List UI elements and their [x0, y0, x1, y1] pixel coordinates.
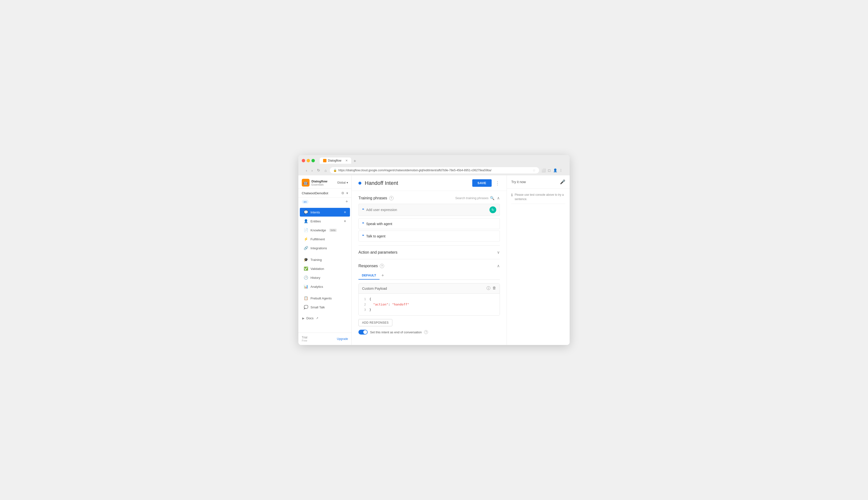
sidebar-item-smalltalk[interactable]: 💭 Small Talk — [300, 303, 350, 311]
refresh-button[interactable]: ↻ — [316, 167, 321, 173]
sidebar-item-entities[interactable]: 👤 Entities + — [300, 217, 350, 226]
add-lang-button[interactable]: + — [345, 199, 348, 204]
history-icon: 🕐 — [304, 275, 308, 280]
tab-close-button[interactable]: ✕ — [345, 159, 348, 162]
training-phrases-actions: Search training phrases 🔍 ∧ — [455, 196, 500, 200]
browser-tab-dialogflow[interactable]: Dialogflow ✕ — [320, 158, 351, 164]
add-tab-button[interactable]: + — [380, 272, 386, 279]
analytics-label: Analytics — [311, 285, 323, 288]
fulfillment-icon: ⚡ — [304, 237, 308, 241]
add-entity-button[interactable]: + — [344, 219, 346, 223]
address-bar[interactable]: 🔒 https://dialogflow.cloud.google.com/#/… — [330, 167, 539, 173]
code-content-2: "action": "handoff" — [369, 302, 409, 307]
action-parameters-header[interactable]: Action and parameters ∨ — [358, 250, 500, 254]
expand-action-button[interactable]: ∨ — [497, 250, 500, 254]
agent-row: ChatwootDemoBot ⚙ ▾ — [298, 189, 351, 198]
sidebar-item-fulfillment[interactable]: ⚡ Fulfillment — [300, 235, 350, 243]
collapse-training-button[interactable]: ∧ — [497, 196, 500, 200]
end-conversation-row: Set this intent as end of conversation ? — [358, 330, 500, 334]
sidebar-header: 🤖 Dialogflow Essentials Global ▾ — [298, 175, 351, 189]
sidebar-footer: Trial Free Upgrade — [298, 333, 351, 345]
code-editor[interactable]: 1 { 2 "action": "handoff" 3 } — [359, 294, 500, 315]
tab-favicon — [323, 159, 326, 162]
entities-icon: 👤 — [304, 219, 308, 223]
responses-section: Responses ? ∧ DEFAULT + Custom Payload — [358, 259, 500, 339]
free-label: Free — [302, 339, 307, 342]
close-traffic-light[interactable] — [302, 159, 305, 162]
training-icon: 🎓 — [304, 258, 308, 262]
region-selector[interactable]: Global ▾ — [337, 181, 348, 184]
sidebar-item-prebuilt[interactable]: 📋 Prebuilt Agents — [300, 294, 350, 303]
payload-delete-icon[interactable]: 🗑 — [493, 286, 496, 291]
profile-icon[interactable]: 👤 — [553, 168, 557, 173]
beta-badge: beta — [329, 229, 336, 232]
brand-name: Dialogflow — [311, 180, 327, 183]
knowledge-label: Knowledge — [311, 228, 326, 232]
sidebar-brand: Dialogflow Essentials — [311, 180, 327, 186]
microphone-icon[interactable]: 🎤 — [560, 179, 565, 185]
training-phrases-header: Training phrases ? Search training phras… — [358, 196, 500, 200]
home-button[interactable]: ⌂ — [323, 168, 328, 173]
intents-label: Intents — [311, 211, 320, 214]
forward-button[interactable]: › — [310, 168, 314, 173]
payload-actions: ⓘ 🗑 — [487, 286, 496, 291]
try-panel-divider — [511, 204, 565, 204]
back-button[interactable]: ‹ — [305, 168, 308, 173]
sidebar-item-training[interactable]: 🎓 Training — [300, 255, 350, 264]
main-content: Handoff Intent SAVE ⋮ Training phrases ?… — [352, 175, 507, 345]
search-icon[interactable]: 🔍 — [490, 196, 495, 200]
collapse-responses-button[interactable]: ∧ — [497, 264, 500, 268]
settings-icon[interactable]: ⚙ — [341, 191, 344, 195]
browser-addressbar: ‹ › ↻ ⌂ 🔒 https://dialogflow.cloud.googl… — [302, 166, 566, 175]
tab-default[interactable]: DEFAULT — [358, 272, 380, 280]
add-expression-input[interactable] — [366, 208, 487, 212]
sidebar-item-docs[interactable]: ▶ Docs ↗ — [298, 314, 351, 322]
browser-window: Dialogflow ✕ + ‹ › ↻ ⌂ 🔒 https://dialogf… — [298, 155, 570, 345]
save-button[interactable]: SAVE — [472, 179, 491, 187]
phrase-text-speak-with-agent: Speak with agent — [366, 222, 392, 226]
custom-payload-header: Custom Payload ⓘ 🗑 — [359, 283, 500, 294]
upgrade-button[interactable]: Upgrade — [337, 337, 348, 341]
intent-title: Handoff Intent — [365, 180, 469, 186]
lang-badge[interactable]: en — [302, 200, 309, 204]
maximize-traffic-light[interactable] — [311, 159, 315, 162]
sidebar-item-validation[interactable]: ✅ Validation — [300, 264, 350, 273]
end-conversation-toggle[interactable] — [358, 330, 368, 334]
bookmark-icon[interactable]: ⬜ — [541, 168, 546, 173]
main-header: Handoff Intent SAVE ⋮ — [352, 175, 507, 191]
new-tab-button[interactable]: + — [352, 159, 358, 164]
trial-label: Trial — [302, 336, 307, 339]
sidebar-item-intents[interactable]: 💬 Intents + — [300, 208, 350, 217]
training-phrases-title: Training phrases — [358, 196, 387, 200]
training-phrases-section: Training phrases ? Search training phras… — [358, 191, 500, 246]
code-content-3: } — [369, 307, 371, 312]
line-number-2: 2 — [362, 302, 366, 307]
tab-label: Dialogflow — [328, 159, 341, 162]
phrase-quote-icon: ❝ — [362, 221, 364, 226]
sidebar-item-analytics[interactable]: 📊 Analytics — [300, 282, 350, 291]
training-phrases-help-icon[interactable]: ? — [389, 196, 394, 200]
end-conversation-help-icon[interactable]: ? — [424, 330, 428, 334]
more-options-button[interactable]: ⋮ — [495, 180, 500, 186]
action-parameters-title: Action and parameters — [358, 250, 497, 254]
payload-help-icon[interactable]: ⓘ — [487, 286, 490, 291]
menu-icon[interactable]: ⋮ — [558, 168, 563, 173]
search-phrases-label: Search training phrases — [455, 196, 488, 200]
add-expression-submit-icon[interactable]: ↻ — [489, 206, 496, 213]
region-chevron-icon: ▾ — [347, 181, 348, 184]
custom-payload-title: Custom Payload — [362, 287, 487, 291]
prebuilt-label: Prebuilt Agents — [311, 296, 332, 300]
responses-help-icon[interactable]: ? — [380, 264, 384, 268]
add-intent-button[interactable]: + — [344, 210, 346, 214]
dropdown-icon[interactable]: ▾ — [346, 191, 348, 195]
phrase-text-talk-to-agent: Talk to agent — [366, 234, 385, 238]
add-responses-button[interactable]: ADD RESPONSES — [358, 319, 392, 326]
sidebar-item-knowledge[interactable]: 📄 Knowledge beta — [300, 226, 350, 235]
sidebar-item-integrations[interactable]: 🔗 Integrations — [300, 244, 350, 252]
try-panel: Try it now 🎤 ℹ Please use test console a… — [507, 175, 570, 345]
sidebar-item-history[interactable]: 🕐 History — [300, 273, 350, 282]
extensions-icon[interactable]: ◻ — [547, 168, 552, 173]
minimize-traffic-light[interactable] — [306, 159, 310, 162]
phrase-quote-icon-2: ❝ — [362, 234, 364, 238]
sidebar: 🤖 Dialogflow Essentials Global ▾ Chatwoo… — [298, 175, 352, 345]
